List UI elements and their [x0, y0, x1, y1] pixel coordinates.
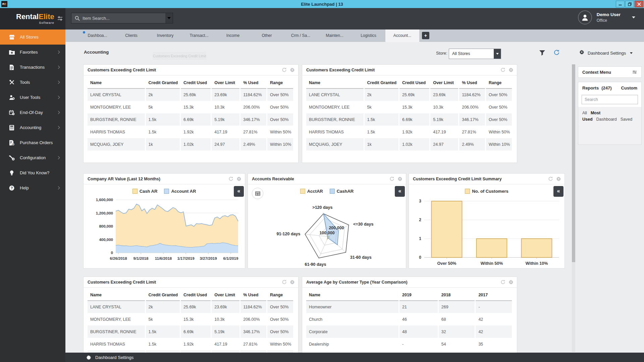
dashboard-settings-button[interactable]: Dashboard Settings: [588, 51, 626, 56]
tab-other[interactable]: Other: [250, 29, 284, 42]
table-row[interactable]: HARRIS THOMAS1.5k1.92k417.1927.81%Within…: [306, 126, 513, 138]
column-header[interactable]: Range: [267, 77, 294, 88]
sidebar-item-configuration[interactable]: Configuration: [0, 150, 65, 165]
sidebar-toggle-icon[interactable]: [57, 16, 63, 21]
refresh-icon[interactable]: [553, 49, 560, 56]
column-header[interactable]: Credit Granted: [145, 77, 180, 88]
tab-income[interactable]: Income: [216, 29, 250, 42]
table-row[interactable]: BURGSTINER, RONNIE1.5k6.69k5.19k346.17%O…: [88, 325, 294, 338]
tab-logistics[interactable]: Logistics: [352, 29, 385, 42]
column-header[interactable]: Over Limit: [211, 289, 240, 301]
add-tab-button[interactable]: +: [422, 32, 429, 39]
widget-gear-icon[interactable]: [508, 67, 514, 72]
filter-dashboard[interactable]: Dashboard: [596, 117, 617, 122]
column-header[interactable]: 2017: [475, 289, 513, 301]
table-row[interactable]: HARRIS THOMAS1.5k1.92k417.1927.81%Within…: [88, 338, 294, 350]
widget-gear-icon[interactable]: [556, 176, 561, 181]
table-row[interactable]: LANE CRYSTAL2k25.69k23.69k1184.62%Over 5…: [306, 88, 513, 101]
table-row[interactable]: MONTGOMERY, LEE5k15.3k10.3k206.00%Over 5…: [306, 101, 513, 113]
filter-saved[interactable]: Saved: [621, 117, 632, 122]
table-row[interactable]: BURGSTINER, RONNIE1.5k6.69k5.19k346.17%O…: [306, 113, 513, 126]
table-row[interactable]: MONTGOMERY, LEE5k15.3k10.3k206.00%Over 5…: [88, 101, 294, 113]
table-row[interactable]: Corporate483242: [306, 325, 513, 338]
filter-icon[interactable]: [539, 50, 545, 56]
restore-button[interactable]: [625, 1, 634, 7]
store-select[interactable]: All Stores: [449, 49, 501, 59]
column-header[interactable]: % Used: [459, 77, 486, 88]
sidebar-item-tools[interactable]: Tools: [0, 75, 65, 90]
sidebar-item-favorites[interactable]: Favorites: [0, 45, 65, 60]
table-row[interactable]: Dealership-5435: [306, 338, 513, 350]
table-row[interactable]: Church466842: [306, 313, 513, 325]
sidebar-item-did-you-know[interactable]: Did You Know?: [0, 165, 65, 180]
column-header[interactable]: 2019: [399, 289, 438, 301]
column-header[interactable]: Range: [486, 77, 513, 88]
sidebar-item-transactions[interactable]: Transactions: [0, 60, 65, 75]
filter-all[interactable]: All: [582, 111, 587, 115]
table-row[interactable]: LANE CRYSTAL2k25.69k23.69k1184.62%Over 5…: [88, 88, 294, 101]
sidebar-item-user-tools[interactable]: User Tools: [0, 90, 65, 105]
item-search-input[interactable]: [82, 13, 165, 23]
column-header[interactable]: % Used: [240, 77, 267, 88]
widget-gear-icon[interactable]: [508, 280, 514, 285]
widget-refresh-icon[interactable]: [228, 176, 233, 181]
column-header[interactable]: 2018: [438, 289, 475, 301]
widget-refresh-icon[interactable]: [389, 176, 394, 181]
sidebar-item-end-of-day[interactable]: End-Of-Day: [0, 105, 65, 120]
widget-gear-icon[interactable]: [290, 280, 295, 285]
tab-clients[interactable]: Clients: [114, 29, 148, 42]
column-header[interactable]: Credit Used: [399, 77, 430, 88]
sidebar-item-all-stores[interactable]: All Stores: [0, 29, 65, 45]
table-row[interactable]: HARRIS THOMAS1.5k1.92k417.1927.81%Within…: [88, 126, 294, 138]
minimize-button[interactable]: [616, 1, 625, 7]
table-row[interactable]: MCQUAIG, JOEY1k1.02k24.972.49%Within 10%: [88, 138, 294, 150]
context-menu-options-icon[interactable]: [632, 70, 637, 74]
widget-refresh-icon[interactable]: [500, 280, 505, 285]
reports-search-input[interactable]: [582, 95, 638, 104]
widget-refresh-icon[interactable]: [548, 176, 553, 181]
dashboard-settings-gear-icon[interactable]: [579, 50, 584, 55]
column-header[interactable]: Credit Granted: [364, 77, 399, 88]
widget-refresh-icon[interactable]: [500, 67, 505, 72]
bottom-dashboard-settings[interactable]: Dashboard Settings: [95, 355, 133, 360]
collapse-button[interactable]: «: [553, 186, 564, 197]
column-header[interactable]: Credit Used: [180, 77, 211, 88]
table-row[interactable]: Homeowner21269-: [306, 301, 513, 313]
sidebar-item-purchase-orders[interactable]: $Purchase Orders: [0, 135, 65, 150]
widget-refresh-icon[interactable]: [282, 280, 287, 285]
widget-gear-icon[interactable]: [397, 176, 402, 181]
user-menu[interactable]: Demo User Office: [578, 10, 635, 24]
collapse-button[interactable]: «: [395, 186, 405, 197]
table-row[interactable]: MCQUAIG, JOEY1k1.02k24.972.49%Within 10%: [306, 138, 513, 150]
column-header[interactable]: Name: [306, 289, 399, 301]
sidebar-item-help[interactable]: ?Help: [0, 180, 65, 195]
collapse-button[interactable]: «: [234, 186, 244, 197]
dashboard-settings-gear-icon[interactable]: [86, 355, 91, 360]
column-header[interactable]: Name: [88, 77, 145, 88]
scrollbar-thumb[interactable]: [572, 64, 575, 262]
table-view-toggle-button[interactable]: [252, 188, 263, 199]
tab-inventory[interactable]: Inventory: [148, 29, 182, 42]
widget-refresh-icon[interactable]: [282, 67, 287, 72]
tab-transact[interactable]: Transact...: [182, 29, 216, 42]
close-button[interactable]: [635, 1, 643, 7]
table-row[interactable]: MONTGOMERY, LEE5k15.3k10.3k206.00%Over 5…: [88, 313, 294, 325]
sidebar-item-accounting[interactable]: Accounting: [0, 120, 65, 135]
store-select-button[interactable]: [494, 49, 501, 59]
column-header[interactable]: Over Limit: [211, 77, 240, 88]
tab-account[interactable]: Account...: [385, 29, 419, 42]
column-header[interactable]: Over Limit: [430, 77, 459, 88]
column-header[interactable]: Range: [267, 289, 294, 301]
widget-gear-icon[interactable]: [236, 176, 241, 181]
table-row[interactable]: BURGSTINER, RONNIE1.5k6.69k5.19k346.17%O…: [88, 113, 294, 126]
custom-tab[interactable]: Custom: [621, 85, 637, 90]
column-header[interactable]: Name: [88, 289, 145, 301]
reports-tab[interactable]: Reports: [582, 85, 599, 90]
tab-dashboa[interactable]: Dashboa...: [80, 29, 114, 42]
tab-crm-sa[interactable]: Crm / Sa...: [284, 29, 318, 42]
column-header[interactable]: Credit Granted: [145, 289, 180, 301]
column-header[interactable]: Credit Used: [180, 289, 211, 301]
column-header[interactable]: Name: [306, 77, 364, 88]
table-row[interactable]: LANE CRYSTAL2k25.69k23.69k1184.62%Over 5…: [88, 301, 294, 313]
content-scrollbar[interactable]: [572, 64, 575, 352]
